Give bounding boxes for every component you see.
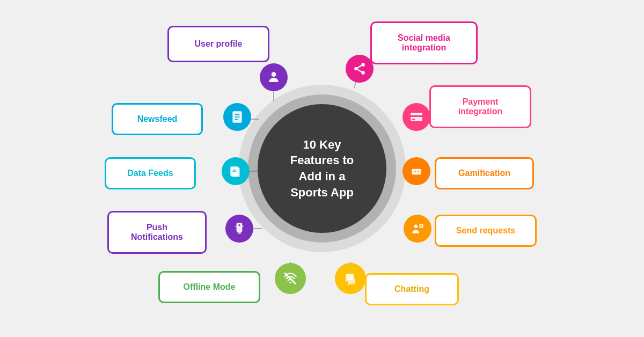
icon-circle-send-requests [404,215,431,243]
user-icon [267,70,281,84]
center-circle: 10 KeyFeatures toAdd in aSports App [258,104,386,233]
svg-rect-22 [412,119,415,120]
chatting-icon [343,272,357,285]
feature-box-offline-mode: Offline Mode [158,271,260,303]
icon-circle-data-feeds [222,157,250,185]
social-media-label: Social mediaintegration [398,33,450,53]
gamification-icon [409,164,423,178]
icon-circle-chatting [335,263,366,294]
icon-circle-user-profile [260,63,288,91]
icon-circle-offline-mode [275,263,306,294]
center-text: 10 KeyFeatures toAdd in aSports App [290,137,354,201]
feature-box-push-notifications: PushNotifications [107,211,207,254]
payment-icon [409,110,423,124]
offline-mode-icon [283,272,297,285]
feature-box-payment: Paymentintegration [429,85,531,128]
icon-circle-push-notifications [225,215,253,243]
feature-box-data-feeds: Data Feeds [105,157,196,189]
svg-line-14 [357,70,361,72]
diagram-container: 10 KeyFeatures toAdd in aSports App User… [0,0,644,337]
newsfeed-icon [230,110,244,124]
svg-rect-30 [237,223,243,232]
feature-box-newsfeed: Newsfeed [112,103,203,135]
feature-box-chatting: Chatting [365,273,459,305]
feature-box-social-media: Social mediaintegration [370,21,478,64]
feature-box-gamification: Gamification [435,157,534,189]
push-notifications-icon [232,222,246,236]
svg-point-12 [354,67,358,71]
svg-point-11 [361,63,365,67]
icon-circle-social-media [346,55,374,83]
payment-label: Paymentintegration [458,97,503,116]
icon-circle-gamification [402,157,430,185]
svg-line-15 [357,65,361,68]
feature-box-send-requests: Send requests [435,215,537,247]
svg-point-35 [414,224,418,228]
icon-circle-payment [402,103,430,131]
svg-point-39 [289,282,291,283]
offline-mode-label: Offline Mode [184,282,236,292]
feature-box-user-profile: User profile [167,26,269,62]
svg-point-29 [418,171,419,172]
svg-point-10 [272,72,276,77]
user-profile-label: User profile [195,39,243,49]
gamification-label: Gamification [458,169,510,178]
data-feeds-label: Data Feeds [127,169,173,178]
svg-rect-21 [411,115,422,117]
push-notifications-label: PushNotifications [131,223,183,242]
send-requests-label: Send requests [456,226,515,236]
newsfeed-label: Newsfeed [137,114,178,124]
share-icon [353,62,367,76]
svg-rect-24 [230,166,238,175]
svg-point-32 [238,224,240,226]
send-requests-icon [411,222,425,236]
svg-point-13 [361,71,365,75]
icon-circle-newsfeed [223,103,251,131]
data-feeds-icon [229,164,243,178]
svg-rect-31 [238,232,241,234]
chatting-label: Chatting [394,284,429,294]
